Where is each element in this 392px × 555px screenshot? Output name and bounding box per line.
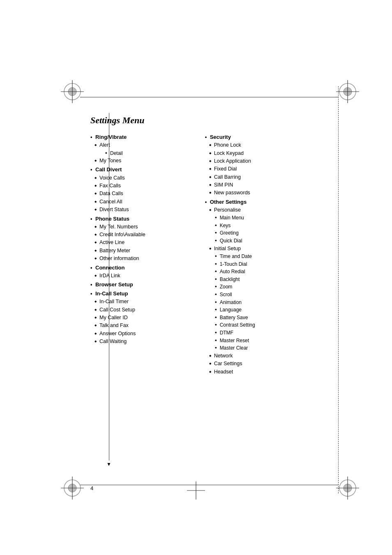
menu-item-language: Language — [205, 306, 330, 314]
menu-item-backlight: Backlight — [205, 276, 330, 283]
menu-item-security: Security — [205, 133, 330, 141]
menu-item-battery-save: Battery Save — [205, 314, 330, 322]
menu-item-irda-link: IrDA Link — [90, 272, 197, 280]
reg-mark-br — [336, 477, 359, 500]
menu-item-animation: Animation — [205, 299, 330, 306]
menu-item-data-calls: Data Calls — [90, 190, 197, 198]
reg-mark-tl — [61, 80, 84, 103]
menu-item-car-settings: Car Settings — [205, 360, 330, 368]
menu-item-phone-status: Phone Status — [90, 215, 197, 223]
menu-item-network: Network — [205, 352, 330, 360]
menu-item-quick-dial: Quick Dial — [205, 237, 330, 245]
menu-item-ring-vibrate: Ring/Vibrate — [90, 133, 197, 141]
reg-mark-bl — [61, 477, 84, 500]
right-margin-line — [338, 86, 339, 493]
menu-item-greeting: Greeting — [205, 229, 330, 237]
menu-item-master-reset: Master Reset — [205, 337, 330, 345]
menu-item-auto-redial: Auto Redial — [205, 268, 330, 276]
menu-item-browser-setup: Browser Setup — [90, 281, 197, 289]
right-menu-list: Security Phone Lock Lock Keypad Lock App… — [205, 133, 330, 376]
menu-item-contrast-setting: Contrast Setting — [205, 321, 330, 329]
menu-item-fax-calls: Fax Calls — [90, 182, 197, 190]
menu-item-zoom: Zoom — [205, 283, 330, 291]
menu-item-detail: Detail — [90, 150, 197, 157]
menu-item-other-settings: Other Settings — [205, 198, 330, 206]
left-column: Ring/Vibrate Alert Detail My Tones Call … — [90, 132, 201, 346]
menu-item-my-tones: My Tones — [90, 157, 197, 165]
menu-columns: Ring/Vibrate Alert Detail My Tones Call … — [90, 132, 330, 376]
menu-item-credit-info: Credit Info\Available — [90, 231, 197, 239]
bottom-margin-line — [80, 485, 339, 485]
content-area: Settings Menu Ring/Vibrate Alert Detail … — [90, 115, 330, 376]
menu-item-sim-pin: SIM PIN — [205, 181, 330, 189]
right-column: Security Phone Lock Lock Keypad Lock App… — [201, 132, 330, 376]
menu-item-call-cost-setup: Call Cost Setup — [90, 306, 197, 314]
page-title: Settings Menu — [90, 115, 330, 126]
menu-item-lock-keypad: Lock Keypad — [205, 150, 330, 157]
menu-item-in-call-timer: In-Call Timer — [90, 298, 197, 306]
menu-item-answer-options: Answer Options — [90, 330, 197, 338]
menu-item-active-line: Active Line — [90, 239, 197, 246]
menu-item-keys: Keys — [205, 222, 330, 230]
menu-item-other-information: Other information — [90, 255, 197, 263]
page: Settings Menu Ring/Vibrate Alert Detail … — [0, 0, 392, 555]
menu-item-alert: Alert — [90, 141, 197, 149]
menu-item-divert-status: Divert Status — [90, 206, 197, 214]
left-menu-list: Ring/Vibrate Alert Detail My Tones Call … — [90, 133, 197, 346]
menu-item-scroll: Scroll — [205, 291, 330, 299]
menu-item-master-clear: Master Clear — [205, 344, 330, 352]
menu-item-in-call-setup: In-Call Setup — [90, 290, 197, 298]
menu-item-time-and-date: Time and Date — [205, 253, 330, 260]
top-margin-line — [80, 97, 339, 97]
menu-item-personalise: Personalise — [205, 206, 330, 214]
menu-item-call-divert: Call Divert — [90, 166, 197, 174]
menu-item-dtmf: DTMF — [205, 329, 330, 337]
menu-item-call-barring: Call Barring — [205, 173, 330, 181]
menu-item-connection: Connection — [90, 264, 197, 272]
menu-item-my-tel-numbers: My Tel. Numbers — [90, 223, 197, 231]
menu-item-lock-application: Lock Application — [205, 157, 330, 165]
menu-item-battery-meter: Battery Meter — [90, 247, 197, 255]
menu-item-new-passwords: New passwords — [205, 189, 330, 197]
menu-item-phone-lock: Phone Lock — [205, 141, 330, 149]
menu-item-1-touch-dial: 1-Touch Dial — [205, 260, 330, 268]
menu-item-initial-setup: Initial Setup — [205, 245, 330, 253]
menu-item-cancel-all: Cancel All — [90, 198, 197, 206]
menu-item-fixed-dial: Fixed Dial — [205, 165, 330, 173]
reg-mark-tr — [336, 80, 359, 103]
page-number: 4 — [90, 485, 93, 491]
menu-item-voice-calls: Voice Calls — [90, 174, 197, 182]
menu-item-call-waiting: Call Waiting — [90, 338, 197, 345]
menu-item-my-caller-id: My Caller ID — [90, 314, 197, 322]
menu-item-headset: Headset — [205, 368, 330, 376]
reg-mark-bc — [187, 481, 205, 500]
menu-item-talk-and-fax: Talk and Fax — [90, 322, 197, 329]
menu-item-main-menu: Main Menu — [205, 214, 330, 222]
